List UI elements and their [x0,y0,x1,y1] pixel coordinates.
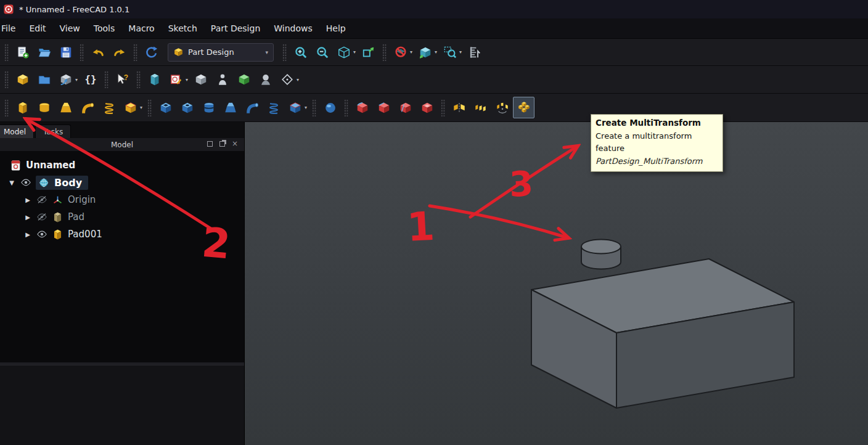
create-sketch-button[interactable] [165,69,187,91]
pad-button[interactable] [12,97,33,118]
additive-helix-button[interactable] [98,97,120,118]
mirrored-button[interactable] [448,97,470,118]
chevron-down-icon[interactable]: ▾ [75,77,78,83]
body-icon [38,177,50,189]
window-title: * Unnamed - FreeCAD 1.0.1 [19,5,129,14]
tree-item-origin[interactable]: ▶ Origin [0,191,244,208]
check-geometry-button[interactable] [211,69,233,91]
tree-item-pad001[interactable]: ▶ Pad001 [0,226,244,243]
chevron-down-icon[interactable]: ▾ [140,105,142,110]
toolbar-drag-handle [382,44,387,61]
workbench-selector[interactable]: Part Design ▾ [168,43,274,62]
undo-button[interactable] [87,41,108,63]
tree-item-body[interactable]: ▼ Body [0,174,244,191]
toolbar-drag-handle [133,44,137,61]
refresh-button[interactable] [141,41,162,63]
linear-pattern-icon [474,101,488,115]
chevron-down-icon[interactable]: ▾ [305,105,307,110]
chamfer-button[interactable] [373,97,395,118]
chevron-down-icon[interactable]: ▾ [353,49,356,55]
zoom-in-button[interactable] [290,41,311,63]
float-panel-icon[interactable] [207,141,213,147]
axonometric-view-button[interactable] [333,41,354,63]
tooltip-command: PartDesign_MultiTransform [596,155,718,168]
subtractive-loft-button[interactable] [219,97,241,118]
tree-item-label: Pad [68,211,84,222]
open-button[interactable] [33,41,55,63]
tree-item-document[interactable]: Unnamed [0,157,244,174]
create-body-icon [148,73,162,86]
svg-text:?: ? [123,73,128,82]
expander-closed-icon[interactable]: ▶ [23,214,32,221]
close-panel-icon[interactable]: × [232,141,238,147]
menu-file[interactable]: File [0,18,22,38]
viewport-3d[interactable] [245,122,868,445]
redo-button[interactable] [108,41,130,63]
additive-pipe-button[interactable] [76,97,98,118]
freecad-window: * Unnamed - FreeCAD 1.0.1 File Edit View… [0,0,868,445]
menu-help[interactable]: Help [319,18,353,38]
sync-view-button[interactable] [358,41,379,63]
menu-bar: File Edit View Tools Macro Sketch Part D… [0,18,868,39]
subtractive-pipe-button[interactable] [241,97,263,118]
menu-part-design[interactable]: Part Design [204,18,267,38]
additive-loft-button[interactable] [55,97,76,118]
clone-button[interactable] [255,69,276,91]
hole-button[interactable] [176,97,198,118]
validate-sketch-button[interactable] [190,69,211,91]
expander-closed-icon[interactable]: ▶ [23,197,32,203]
hole-icon [181,101,194,115]
expander-closed-icon[interactable]: ▶ [23,231,32,238]
tree-item-pad[interactable]: ▶ Pad [0,208,244,226]
view-cube-button[interactable] [414,41,436,63]
menu-view[interactable]: View [53,18,87,38]
draft-button[interactable] [395,97,416,118]
linear-pattern-button[interactable] [470,97,491,118]
boolean-operation-button[interactable] [319,97,341,118]
revolution-icon [38,101,51,115]
menu-tools[interactable]: Tools [87,18,122,38]
chevron-down-icon[interactable]: ▾ [435,49,437,55]
groove-button[interactable] [198,97,219,118]
validate-sketch-icon [194,73,208,86]
tab-model[interactable]: Model [0,125,34,138]
measure-button[interactable] [464,41,485,63]
zoom-out-button[interactable] [311,41,333,63]
tooltip-title: Create MultiTransform [596,116,718,130]
3d-model [245,122,868,445]
additive-primitive-button[interactable] [120,97,141,118]
subtractive-helix-button[interactable] [263,97,284,118]
create-body-button[interactable] [144,69,165,91]
new-document-button[interactable] [12,41,33,63]
chevron-down-icon[interactable]: ▾ [186,77,188,83]
create-part-button[interactable] [12,69,33,91]
variable-set-button[interactable]: {} [80,69,101,91]
create-group-button[interactable] [33,69,55,91]
create-datum-button[interactable] [276,69,298,91]
menu-edit[interactable]: Edit [22,18,52,38]
polar-pattern-button[interactable] [491,97,513,118]
multitransform-button[interactable] [513,97,534,118]
whats-this-button[interactable]: ? [112,69,133,91]
tab-tasks[interactable]: Tasks [35,125,71,138]
menu-windows[interactable]: Windows [267,18,319,38]
make-link-button[interactable] [55,69,76,91]
subshape-binder-button[interactable] [233,69,255,91]
chevron-down-icon[interactable]: ▾ [410,49,412,55]
menu-sketch[interactable]: Sketch [162,18,204,38]
dock-bottom-panel [0,365,244,445]
zoom-region-button[interactable] [439,41,461,63]
menu-macro[interactable]: Macro [121,18,161,38]
subtractive-primitive-button[interactable] [284,97,306,118]
expander-open-icon[interactable]: ▼ [7,179,16,186]
thickness-button[interactable] [416,97,438,118]
pocket-button[interactable] [155,97,176,118]
revolution-button[interactable] [33,97,55,118]
clipping-plane-button[interactable] [390,41,411,63]
undock-panel-icon[interactable] [219,141,225,147]
chevron-down-icon[interactable]: ▾ [459,49,462,55]
save-button[interactable] [55,41,76,63]
fillet-button[interactable] [351,97,373,118]
tree-item-label: Pad001 [68,229,102,240]
chevron-down-icon[interactable]: ▾ [297,77,299,83]
